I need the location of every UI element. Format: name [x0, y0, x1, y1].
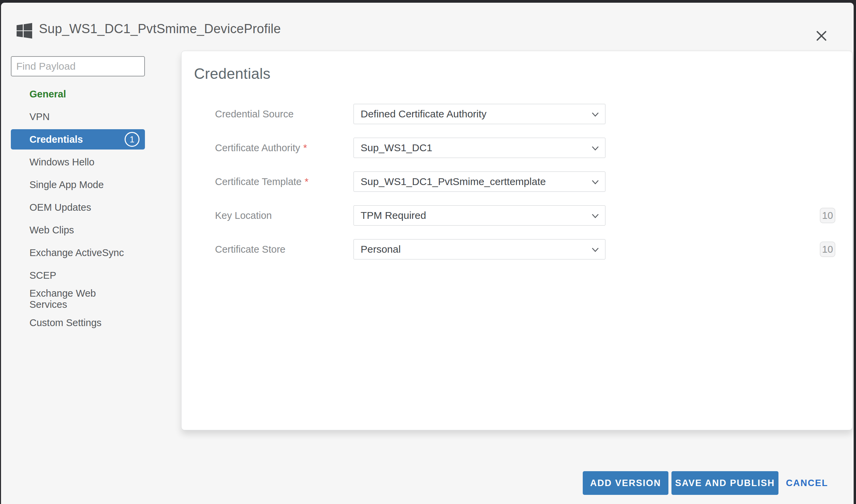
credential-source-select[interactable]: Defined Certificate Authority — [354, 104, 605, 124]
payload-list: General VPN Credentials 1 Windows Hello … — [11, 84, 145, 333]
sidebar-item-label: Exchange Web Services — [30, 288, 127, 310]
sidebar-item-windows-hello[interactable]: Windows Hello — [11, 152, 145, 172]
sidebar-item-label: Custom Settings — [30, 317, 102, 328]
certificate-template-select[interactable]: Sup_WS1_DC1_PvtSmime_certtemplate — [354, 172, 605, 192]
save-and-publish-button[interactable]: SAVE AND PUBLISH — [671, 471, 778, 495]
payload-count-badge: 1 — [125, 132, 139, 147]
field-label: Certificate Store* — [215, 239, 286, 259]
cancel-button[interactable]: CANCEL — [786, 471, 828, 495]
sidebar-item-label: Credentials — [30, 134, 83, 145]
sidebar-item-label: Exchange ActiveSync — [30, 247, 124, 258]
select-value: Sup_WS1_DC1 — [361, 142, 432, 154]
sidebar-item-label: Single App Mode — [30, 179, 104, 191]
sidebar-item-exchange-web-services[interactable]: Exchange Web Services — [11, 288, 145, 310]
sidebar-item-general[interactable]: General — [11, 84, 145, 104]
select-value: TPM Required — [361, 210, 426, 221]
select-value: Personal — [361, 244, 400, 255]
required-asterisk: * — [305, 176, 308, 187]
form-row-credential-source: Credential Source* Defined Certificate A… — [182, 104, 852, 138]
payload-search-input[interactable] — [11, 56, 145, 76]
windows-logo-icon — [16, 23, 33, 39]
chevron-down-icon — [592, 146, 599, 151]
sidebar-item-oem-updates[interactable]: OEM Updates — [11, 197, 145, 217]
field-label: Certificate Authority* — [215, 138, 307, 158]
sidebar-item-single-app-mode[interactable]: Single App Mode — [11, 175, 145, 195]
sidebar-item-label: Windows Hello — [30, 157, 95, 168]
field-label: Credential Source* — [215, 104, 294, 124]
add-version-button[interactable]: ADD VERSION — [583, 471, 668, 495]
credentials-panel: Credentials Credential Source* Defined C… — [181, 51, 853, 430]
required-asterisk: * — [303, 142, 307, 153]
stepper-value-badge: 10 — [820, 241, 835, 257]
form-row-key-location: Key Location* TPM Required 10 — [182, 205, 852, 239]
sidebar-item-label: Web Clips — [30, 224, 74, 236]
field-label: Key Location* — [215, 205, 272, 226]
sidebar-item-scep[interactable]: SCEP — [11, 265, 145, 286]
device-profile-dialog: Sup_WS1_DC1_PvtSmime_DeviceProfile Gener… — [1, 3, 854, 504]
certificate-authority-select[interactable]: Sup_WS1_DC1 — [354, 138, 605, 158]
chevron-down-icon — [592, 214, 599, 218]
panel-heading: Credentials — [194, 65, 852, 82]
sidebar-item-exchange-activesync[interactable]: Exchange ActiveSync — [11, 242, 145, 263]
close-icon — [816, 30, 827, 42]
form-row-certificate-template: Certificate Template* Sup_WS1_DC1_PvtSmi… — [182, 172, 852, 205]
sidebar-item-vpn[interactable]: VPN — [11, 107, 145, 127]
sidebar-item-label: VPN — [30, 111, 50, 123]
sidebar-item-label: SCEP — [30, 270, 56, 281]
form-row-certificate-authority: Certificate Authority* Sup_WS1_DC1 — [182, 138, 852, 172]
form-row-certificate-store: Certificate Store* Personal 10 — [182, 239, 852, 273]
certificate-store-select[interactable]: Personal — [354, 239, 605, 259]
field-label: Certificate Template* — [215, 172, 308, 192]
sidebar-item-label: General — [30, 89, 66, 100]
close-button[interactable] — [813, 27, 831, 44]
sidebar-item-web-clips[interactable]: Web Clips — [11, 220, 145, 240]
chevron-down-icon — [592, 248, 599, 252]
chevron-down-icon — [592, 180, 599, 185]
sidebar-item-custom-settings[interactable]: Custom Settings — [11, 312, 145, 333]
select-value: Sup_WS1_DC1_PvtSmime_certtemplate — [361, 176, 546, 187]
sidebar-item-credentials[interactable]: Credentials 1 — [11, 129, 145, 149]
payload-sidebar: General VPN Credentials 1 Windows Hello … — [11, 56, 145, 335]
key-location-select[interactable]: TPM Required — [354, 205, 605, 226]
credentials-form: Credential Source* Defined Certificate A… — [182, 104, 852, 273]
stepper-value-badge: 10 — [820, 208, 835, 223]
dialog-title: Sup_WS1_DC1_PvtSmime_DeviceProfile — [39, 22, 281, 36]
select-value: Defined Certificate Authority — [361, 108, 486, 120]
chevron-down-icon — [592, 112, 599, 117]
sidebar-item-label: OEM Updates — [30, 202, 91, 213]
